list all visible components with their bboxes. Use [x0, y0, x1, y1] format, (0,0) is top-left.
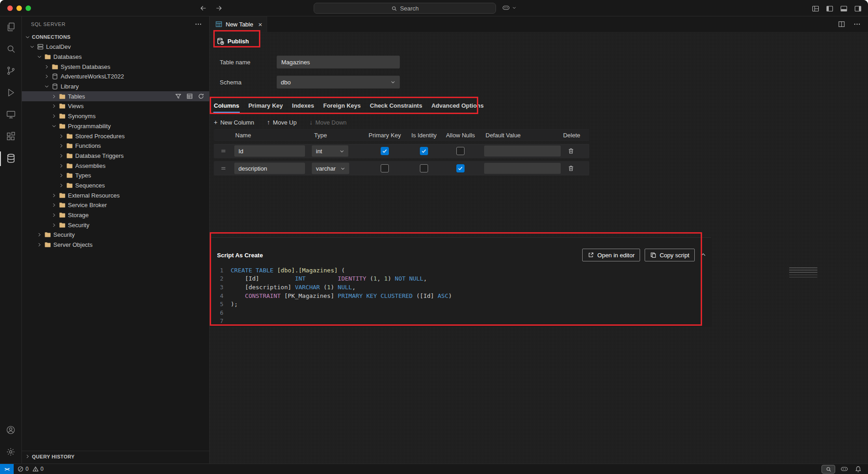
default-value-input[interactable]: [484, 163, 561, 174]
chevron-right-icon[interactable]: [36, 231, 43, 239]
copy-script-button[interactable]: Copy script: [645, 249, 695, 261]
split-editor-icon[interactable]: [837, 20, 846, 29]
copilot-menu[interactable]: [501, 3, 517, 12]
designer-tab-foreign-keys[interactable]: Foreign Keys: [319, 97, 365, 114]
tree-item-external-resources[interactable]: External Resources: [22, 190, 209, 200]
schema-select[interactable]: dbo: [277, 76, 400, 89]
tree-item-tables[interactable]: Tables: [22, 91, 209, 101]
account-icon[interactable]: [0, 420, 21, 442]
more-actions-icon[interactable]: [194, 20, 203, 29]
toggle-panel-icon[interactable]: [839, 4, 848, 13]
designer-tab-advanced-options[interactable]: Advanced Options: [427, 97, 488, 114]
chevron-down-icon[interactable]: [43, 83, 50, 90]
notifications-bell-icon[interactable]: [853, 464, 863, 474]
query-history-section-header[interactable]: QUERY HISTORY: [22, 451, 209, 462]
activity-item-source-control[interactable]: [0, 60, 21, 82]
open-in-editor-button[interactable]: Open in editor: [582, 249, 640, 261]
primary-key-checkbox[interactable]: [381, 164, 389, 172]
chevron-right-icon[interactable]: [57, 142, 65, 150]
delete-row-icon[interactable]: [568, 165, 574, 172]
chevron-right-icon[interactable]: [43, 73, 50, 80]
is-identity-checkbox[interactable]: [420, 147, 428, 155]
column-type-select[interactable]: varchar: [312, 163, 349, 174]
tree-item-views[interactable]: Views: [22, 101, 209, 111]
chevron-right-icon[interactable]: [50, 103, 57, 110]
connections-section-header[interactable]: CONNECTIONS: [22, 32, 209, 42]
chevron-right-icon[interactable]: [50, 93, 57, 100]
designer-tab-columns[interactable]: Columns: [210, 97, 243, 114]
tree-item-server-objects[interactable]: Server Objects: [22, 240, 209, 250]
copilot-status-icon[interactable]: [840, 464, 849, 474]
close-tab-icon[interactable]: ×: [258, 21, 262, 28]
drag-handle-icon[interactable]: [220, 165, 227, 172]
tree-item-security[interactable]: Security: [22, 230, 209, 240]
new-column-button[interactable]: + New Column: [214, 119, 254, 126]
chevron-right-icon[interactable]: [36, 241, 43, 249]
allow-nulls-checkbox[interactable]: [456, 147, 465, 155]
chevron-right-icon[interactable]: [57, 172, 65, 179]
zoom-window-button[interactable]: [26, 5, 31, 11]
column-name-input[interactable]: [234, 163, 305, 174]
publish-button[interactable]: Publish: [217, 35, 249, 47]
designer-tab-primary-key[interactable]: Primary Key: [244, 97, 287, 114]
column-type-select[interactable]: int: [312, 146, 348, 157]
chevron-right-icon[interactable]: [50, 202, 57, 209]
tree-item-stored-procedures[interactable]: Stored Procedures: [22, 131, 209, 141]
command-center-search[interactable]: Search: [314, 3, 496, 14]
tree-item-system-databases[interactable]: System Databases: [22, 62, 209, 72]
tree-item-localdev[interactable]: LocalDev: [22, 42, 209, 52]
tree-item-sequences[interactable]: Sequences: [22, 181, 209, 191]
activity-item-run-debug[interactable]: [0, 82, 21, 104]
tree-item-databases[interactable]: Databases: [22, 52, 209, 62]
tree-item-storage[interactable]: Storage: [22, 210, 209, 220]
chevron-right-icon[interactable]: [57, 152, 65, 159]
chevron-down-icon[interactable]: [28, 43, 36, 51]
chevron-right-icon[interactable]: [43, 63, 50, 70]
delete-row-icon[interactable]: [568, 148, 574, 155]
table-name-input[interactable]: [277, 56, 400, 68]
tree-item-functions[interactable]: Functions: [22, 141, 209, 151]
problems-status[interactable]: 0 0: [14, 466, 45, 472]
chevron-right-icon[interactable]: [50, 113, 57, 120]
allow-nulls-checkbox[interactable]: [456, 164, 465, 172]
activity-item-sql-server[interactable]: [0, 148, 21, 170]
tree-item-service-broker[interactable]: Service Broker: [22, 200, 209, 210]
settings-gear-icon[interactable]: [0, 442, 21, 464]
toggle-secondary-sidebar-icon[interactable]: [853, 4, 863, 13]
chevron-right-icon[interactable]: [50, 192, 57, 199]
activity-item-remote-explorer[interactable]: [0, 104, 21, 126]
editor-more-actions-icon[interactable]: [852, 20, 862, 29]
toggle-sidebar-icon[interactable]: [825, 4, 834, 13]
forward-icon[interactable]: [214, 4, 223, 13]
activity-item-extensions[interactable]: [0, 126, 21, 148]
column-name-input[interactable]: [234, 146, 305, 157]
chevron-right-icon[interactable]: [57, 182, 65, 189]
tree-item-library[interactable]: Library: [22, 82, 209, 92]
tree-item-assemblies[interactable]: Assemblies: [22, 161, 209, 171]
designer-tab-indexes[interactable]: Indexes: [288, 97, 318, 114]
filter-icon[interactable]: [175, 93, 182, 100]
back-icon[interactable]: [199, 4, 208, 13]
remote-indicator[interactable]: ><: [0, 464, 14, 474]
tree-item-types[interactable]: Types: [22, 171, 209, 181]
move-down-button[interactable]: ↓ Move Down: [310, 119, 347, 126]
designer-tab-check-constraints[interactable]: Check Constraints: [366, 97, 426, 114]
chevron-right-icon[interactable]: [50, 212, 57, 219]
chevron-up-icon[interactable]: [700, 251, 707, 258]
tree-item-programmability[interactable]: Programmability: [22, 121, 209, 131]
refresh-icon[interactable]: [197, 93, 205, 100]
activity-item-search[interactable]: [0, 38, 21, 60]
tree-item-database-triggers[interactable]: Database Triggers: [22, 151, 209, 161]
default-value-input[interactable]: [484, 146, 561, 156]
customize-layout-icon[interactable]: [811, 4, 820, 13]
is-identity-checkbox[interactable]: [420, 164, 428, 172]
tree-item-security[interactable]: Security: [22, 220, 209, 230]
minimize-window-button[interactable]: [16, 5, 22, 11]
chevron-right-icon[interactable]: [57, 162, 65, 169]
zoom-indicator[interactable]: [822, 465, 835, 474]
drag-handle-icon[interactable]: [220, 148, 227, 154]
chevron-right-icon[interactable]: [57, 132, 65, 140]
script-code[interactable]: 1CREATE TABLE [dbo].[Magazines] (2 [Id] …: [210, 266, 711, 326]
chevron-right-icon[interactable]: [50, 221, 57, 229]
close-window-button[interactable]: [7, 5, 13, 11]
